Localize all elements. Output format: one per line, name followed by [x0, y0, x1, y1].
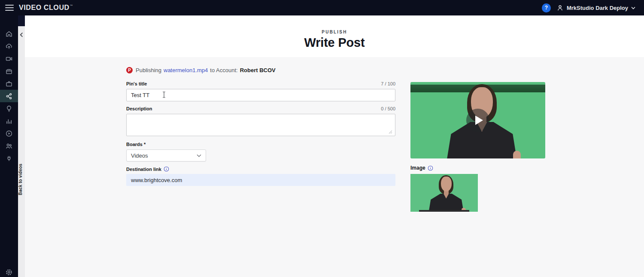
publishing-summary: P Publishing watermelon1.mp4 to Account:… — [126, 67, 276, 73]
sidebar-item-ideas[interactable] — [0, 102, 18, 115]
publishing-action-text: Publishing — [136, 67, 161, 73]
video-preview-player[interactable] — [410, 82, 545, 158]
destination-link-input[interactable] — [126, 174, 395, 186]
pin-title-input[interactable] — [126, 89, 395, 101]
tv-icon — [5, 80, 13, 88]
plug-icon — [5, 155, 13, 162]
info-icon[interactable] — [428, 165, 433, 171]
sidebar-item-users[interactable] — [0, 140, 18, 152]
share-icon — [5, 92, 13, 100]
back-to-videos-link[interactable]: Back to videos — [18, 164, 25, 195]
brand-logo: VIDEO CLOUD ™ — [19, 4, 73, 12]
sidebar-item-social-share[interactable] — [0, 90, 18, 102]
account-menu[interactable]: MrkStudio Dark Deploy — [556, 4, 635, 12]
chevron-down-icon — [197, 154, 201, 157]
pinterest-icon: P — [126, 67, 133, 73]
presenter-figure-small — [410, 174, 478, 212]
cloud-upload-icon — [5, 43, 13, 50]
thumbnail-letterbox — [419, 210, 469, 212]
sidebar-nav — [0, 15, 18, 277]
page-title: Write Post — [25, 36, 644, 50]
image-label: Image — [410, 165, 425, 171]
pin-title-counter: 7 / 100 — [381, 81, 395, 86]
top-bar: VIDEO CLOUD ™ ? MrkStudio Dark Deploy — [0, 0, 644, 15]
user-icon — [556, 4, 564, 12]
boards-selected-value: Videos — [131, 152, 148, 159]
boards-select[interactable]: Videos — [126, 149, 206, 161]
target-account-name: Robert BCOV — [240, 67, 276, 73]
description-counter: 0 / 500 — [381, 106, 395, 111]
play-button[interactable] — [466, 109, 489, 132]
page-eyebrow: PUBLISH — [25, 15, 644, 34]
trademark-mark: ™ — [70, 4, 73, 7]
main-content: PUBLISH Write Post P Publishing watermel… — [25, 15, 644, 277]
sidebar-item-videos[interactable] — [0, 52, 18, 65]
brand-text: VIDEO CLOUD — [19, 4, 70, 12]
description-textarea[interactable] — [126, 114, 395, 136]
sidebar-item-home[interactable] — [0, 27, 18, 40]
users-icon — [5, 142, 13, 150]
rail-cap — [18, 15, 25, 26]
sidebar-item-media[interactable] — [0, 65, 18, 77]
video-camera-icon — [5, 55, 13, 63]
play-icon — [475, 116, 483, 125]
help-button[interactable]: ? — [542, 3, 551, 12]
account-name: MrkStudio Dark Deploy — [567, 5, 628, 11]
info-icon[interactable] — [164, 166, 169, 172]
video-file-link[interactable]: watermelon1.mp4 — [164, 67, 208, 73]
hamburger-menu-icon[interactable] — [5, 5, 14, 11]
play-circle-icon — [5, 130, 13, 137]
description-label: Description — [126, 106, 152, 111]
sidebar-item-integrations[interactable] — [0, 152, 18, 164]
sidebar-item-players[interactable] — [0, 127, 18, 140]
sidebar-item-settings[interactable] — [0, 266, 18, 277]
image-thumbnail — [410, 174, 478, 212]
bar-chart-icon — [5, 117, 13, 125]
gear-icon — [5, 268, 13, 276]
page-header: PUBLISH Write Post — [25, 15, 644, 57]
chevron-down-icon — [631, 6, 635, 9]
secondary-rail: Back to videos — [18, 15, 25, 277]
media-library-icon — [5, 67, 13, 75]
home-icon — [5, 30, 13, 38]
collapse-panel-chevron[interactable] — [19, 32, 24, 38]
sidebar-item-tv[interactable] — [0, 77, 18, 90]
lightbulb-icon — [5, 105, 13, 113]
sidebar-item-upload[interactable] — [0, 40, 18, 52]
publishing-connector-text: to Account: — [210, 67, 237, 73]
destination-link-label: Destination link — [126, 167, 161, 172]
sidebar-item-analytics[interactable] — [0, 115, 18, 127]
pin-title-label: Pin's title — [126, 81, 147, 86]
boards-label: Boards * — [126, 142, 146, 147]
